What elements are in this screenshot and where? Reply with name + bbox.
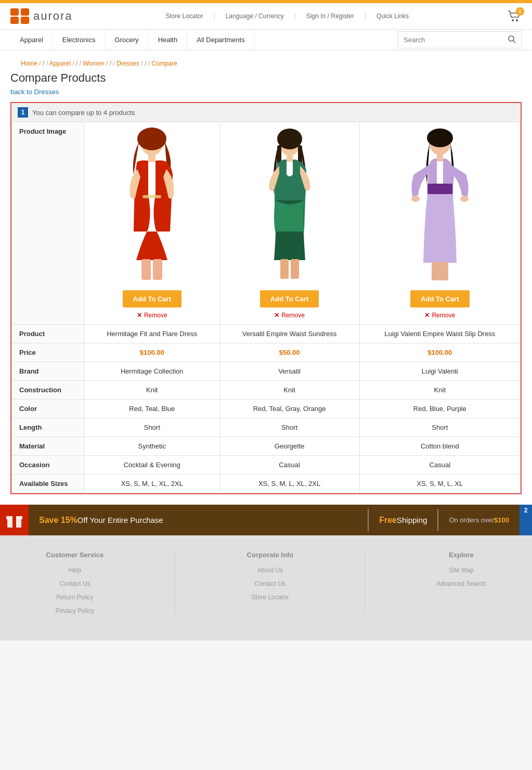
remove-link-3[interactable]: ✕ Remove xyxy=(367,312,513,319)
remove-link-2[interactable]: ✕ Remove xyxy=(227,312,352,319)
search-input[interactable] xyxy=(398,33,502,47)
breadcrumb-sep4: / xyxy=(145,60,151,67)
remove-link-1[interactable]: ✕ Remove xyxy=(92,312,212,319)
promo-save-text: Off Your Entire Purchase xyxy=(77,516,163,524)
svg-rect-13 xyxy=(153,259,162,280)
svg-point-4 xyxy=(512,19,514,21)
header: aurora Store Locator | Language / Curren… xyxy=(0,3,532,30)
svg-line-7 xyxy=(513,41,515,43)
length-row: Length Short Short Short xyxy=(12,418,521,437)
footer-col-1: Customer Service Help Contact Us Return … xyxy=(46,551,104,614)
product-image-3 xyxy=(398,127,482,284)
footer-link-return[interactable]: Return Policy xyxy=(56,594,93,601)
svg-rect-20 xyxy=(291,259,299,279)
length-3: Short xyxy=(359,418,520,437)
footer-link-advanced-search[interactable]: Advanced Search xyxy=(437,580,486,587)
compare-table: Product Image xyxy=(11,122,521,493)
brand-3: Luigi Valenti xyxy=(359,362,520,381)
construction-1: Knit xyxy=(85,381,220,400)
search-button[interactable] xyxy=(502,32,521,48)
breadcrumb-dresses[interactable]: Dresses xyxy=(116,60,145,67)
footer-columns: Customer Service Help Contact Us Return … xyxy=(10,551,522,614)
footer-link-storelocator[interactable]: Store Locator xyxy=(251,594,289,601)
brand-2: Versatil xyxy=(219,362,359,381)
breadcrumb-apparel[interactable]: Apparel xyxy=(49,60,76,67)
footer-link-contact2[interactable]: Contact Us xyxy=(255,580,286,587)
footer-col-1-links: Help Contact Us Return Policy Privacy Po… xyxy=(46,567,104,614)
footer-link-sitemap[interactable]: Site Map xyxy=(449,567,473,574)
footer-link-about[interactable]: About Us xyxy=(257,567,283,574)
occasion-3: Casual xyxy=(359,456,520,474)
page-title: Compare Products xyxy=(10,71,522,85)
breadcrumb-sep3: / xyxy=(110,60,116,67)
remove-x-1: ✕ xyxy=(137,312,142,319)
product-col-2: Add To Cart ✕ Remove xyxy=(219,122,359,325)
add-to-cart-btn-1[interactable]: Add To Cart xyxy=(123,290,181,307)
construction-2: Knit xyxy=(219,381,359,400)
nav-all-departments[interactable]: All Departments xyxy=(187,30,254,50)
nav-electronics[interactable]: Electronics xyxy=(53,30,106,50)
color-label: Color xyxy=(12,400,85,418)
product-name-2: Versatil Empire Waist Sundress xyxy=(219,325,359,343)
breadcrumb-women[interactable]: Women xyxy=(83,60,109,67)
material-row: Material Synthetic Georgette Cotton blen… xyxy=(12,437,521,456)
product-image-1 xyxy=(110,127,193,284)
svg-point-9 xyxy=(137,127,166,150)
promo-text-area: Save 15% Off Your Entire Purchase xyxy=(29,505,368,535)
language-currency-link[interactable]: Language / Currency xyxy=(226,12,284,20)
product-name-1: Hermitage Fit and Flare Dress xyxy=(85,325,220,343)
product-image-2 xyxy=(248,127,331,284)
svg-rect-32 xyxy=(12,516,16,519)
quick-links[interactable]: Quick Links xyxy=(377,12,409,20)
promo-orders-text: On orders over xyxy=(449,516,494,524)
svg-point-26 xyxy=(460,196,469,202)
nav-health[interactable]: Health xyxy=(149,30,188,50)
promo-save: Save 15% xyxy=(39,516,77,525)
signin-link[interactable]: Sign In / Register xyxy=(306,12,354,20)
price-label: Price xyxy=(12,343,85,362)
logo[interactable]: aurora xyxy=(10,8,73,24)
material-label: Material xyxy=(12,437,85,456)
footer-col-2: Corporate Info About Us Contact Us Store… xyxy=(247,551,294,614)
logo-icon xyxy=(10,8,29,24)
length-2: Short xyxy=(219,418,359,437)
product-name-3: Luigi Valenti Empire Waist Slip Dress xyxy=(359,325,520,343)
cart-icon[interactable]: 0 xyxy=(507,10,522,22)
nav-apparel[interactable]: Apparel xyxy=(10,30,53,50)
svg-rect-12 xyxy=(141,259,151,280)
length-label: Length xyxy=(12,418,85,437)
header-nav: Store Locator | Language / Currency | Si… xyxy=(166,12,409,20)
brand-1: Hermitage Collection xyxy=(85,362,220,381)
breadcrumb-sep2: / xyxy=(76,60,83,67)
breadcrumb-home[interactable]: Home xyxy=(21,60,43,67)
back-to-dresses-link[interactable]: back to Dresses xyxy=(10,88,59,96)
footer-link-help[interactable]: Help xyxy=(69,567,82,574)
svg-rect-24 xyxy=(427,184,452,194)
remove-label-1: Remove xyxy=(144,312,167,319)
add-to-cart-btn-2[interactable]: Add To Cart xyxy=(260,290,319,307)
color-row: Color Red, Teal, Blue Red, Teal, Gray, O… xyxy=(12,400,521,418)
footer-link-contact1[interactable]: Contact Us xyxy=(59,580,90,587)
svg-rect-0 xyxy=(10,8,19,16)
construction-row: Construction Knit Knit Knit xyxy=(12,381,521,400)
nav-grocery[interactable]: Grocery xyxy=(105,30,148,50)
occasion-2: Casual xyxy=(219,456,359,474)
svg-rect-18 xyxy=(287,155,293,162)
footer-col-3-links: Site Map Advanced Search xyxy=(437,567,486,587)
occasion-label: Occasion xyxy=(12,456,85,474)
svg-rect-1 xyxy=(21,8,29,16)
svg-rect-28 xyxy=(440,262,448,280)
footer-col-3: Explore Site Map Advanced Search xyxy=(437,551,486,614)
footer-link-privacy[interactable]: Privacy Policy xyxy=(56,607,95,614)
add-to-cart-btn-3[interactable]: Add To Cart xyxy=(410,290,469,307)
length-1: Short xyxy=(85,418,220,437)
construction-3: Knit xyxy=(359,381,520,400)
brand-row: Brand Hermitage Collection Versatil Luig… xyxy=(12,362,521,381)
svg-rect-27 xyxy=(432,262,440,280)
promo-gift-icon xyxy=(0,505,29,535)
store-locator-link[interactable]: Store Locator xyxy=(166,12,203,20)
breadcrumb-compare: Compare xyxy=(151,60,177,67)
search-area xyxy=(398,31,522,48)
svg-rect-3 xyxy=(21,17,29,24)
footer-divider-1 xyxy=(175,551,175,614)
